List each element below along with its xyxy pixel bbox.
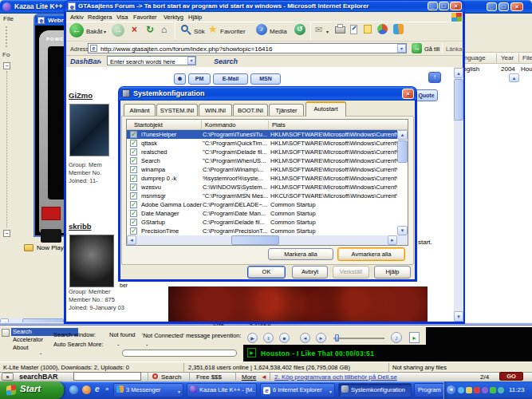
links-label[interactable]: Länkar bbox=[446, 45, 464, 53]
checkbox-icon[interactable]: ✓ bbox=[131, 227, 137, 235]
column-startobjekt[interactable]: Startobjekt bbox=[134, 121, 163, 128]
startup-row[interactable]: ✓ Search "C:\Program\WhenUS... HKLM\SOFT… bbox=[127, 156, 397, 165]
scroll-up-icon[interactable]: ▲ bbox=[454, 68, 463, 78]
startup-row[interactable]: ✓ iTunesHelper C:\Program\iTunes\iTu... … bbox=[127, 130, 397, 139]
ad-link[interactable]: 2. Köp programvara och tillbehör på Dell… bbox=[274, 373, 397, 381]
media-icon[interactable]: ♪ bbox=[256, 24, 267, 35]
column-plats[interactable]: Plats bbox=[272, 121, 286, 128]
kazaa-minimize-button[interactable]: _ bbox=[487, 2, 497, 11]
tray-clock[interactable]: 11:23 bbox=[509, 386, 524, 393]
tab-tjanster[interactable]: Tjänster bbox=[269, 104, 304, 117]
searchbar-more-link[interactable]: More bbox=[242, 373, 256, 381]
startup-row[interactable]: ✓ PrecisionTime C:\Program\PrecisionT...… bbox=[127, 227, 397, 235]
stop-playback-button[interactable]: ■ bbox=[279, 333, 290, 343]
startup-row[interactable]: ✓ winampa C:\Program\Winamp\... HKLM\SOF… bbox=[127, 165, 397, 174]
volume-icon[interactable]: ♪ bbox=[391, 332, 402, 343]
tab-autostart[interactable]: Autostart bbox=[305, 101, 346, 117]
results-col-year[interactable]: Year bbox=[501, 54, 514, 61]
scroll-right-icon[interactable]: ► bbox=[388, 235, 397, 245]
searchbar-input[interactable] bbox=[73, 372, 141, 381]
tray-icon-msn[interactable] bbox=[458, 387, 464, 393]
startup-row[interactable]: ✓ realsched "C:\Program\Delade fil... HK… bbox=[127, 148, 397, 156]
cancel-button[interactable]: Avbryt bbox=[292, 266, 328, 279]
tray-icon-2[interactable] bbox=[482, 387, 488, 393]
msn-button[interactable]: MSN bbox=[250, 73, 281, 85]
user1-name-link[interactable]: GiZmo bbox=[69, 91, 93, 100]
checkbox-icon[interactable]: ✓ bbox=[131, 192, 137, 200]
menu-redigera[interactable]: Redigera bbox=[88, 14, 112, 21]
scroll-thumb[interactable] bbox=[231, 235, 279, 245]
back-dropdown-icon[interactable]: ▾ bbox=[104, 29, 106, 34]
quicklaunch-msn-icon[interactable] bbox=[69, 385, 78, 394]
scroll-thumb[interactable] bbox=[397, 140, 408, 163]
scroll-down-icon[interactable]: ▼ bbox=[454, 311, 463, 322]
back-icon[interactable]: ← bbox=[69, 23, 84, 38]
apply-button[interactable]: Verkställ bbox=[333, 266, 369, 279]
tray-icon-1[interactable] bbox=[466, 387, 472, 393]
address-input[interactable]: e http://www.gtasajten.com/forum/index.p… bbox=[88, 43, 407, 53]
dashbar-query-dropdown-icon[interactable]: ▾ bbox=[187, 57, 195, 65]
back-label[interactable]: Bakåt bbox=[86, 28, 102, 35]
kazaa-restore-button[interactable]: □ bbox=[499, 2, 509, 11]
taskbar-button-messenger[interactable]: 3 Messenger ▾ bbox=[113, 383, 183, 397]
email-button[interactable]: E-Mail bbox=[213, 73, 248, 85]
checkbox-icon[interactable]: ✓ bbox=[131, 139, 137, 147]
dashbar-search-label[interactable]: Search bbox=[214, 57, 238, 65]
kazaa-close-button[interactable]: × bbox=[510, 2, 523, 11]
deselect-all-button[interactable]: Avmarkera alla bbox=[337, 247, 405, 261]
checkbox-icon[interactable]: ✓ bbox=[131, 174, 137, 182]
ie-titlebar[interactable]: e GTAsajtens Forum -> Ta bort start av p… bbox=[65, 1, 464, 12]
menu-hjalp[interactable]: Hjälp bbox=[188, 14, 202, 21]
checkbox-icon[interactable]: ✓ bbox=[131, 148, 137, 156]
results-row-file[interactable]: Houston bbox=[521, 65, 532, 73]
scroll-up-icon[interactable]: ▲ bbox=[509, 73, 519, 82]
list-hscrollbar[interactable]: ◄ ► bbox=[127, 235, 408, 245]
menu-verktyg[interactable]: Verktyg bbox=[164, 14, 183, 21]
startup-row[interactable]: ✓ GStartup C:\Program\Delade fil... Comm… bbox=[127, 218, 397, 227]
tray-icon-4[interactable] bbox=[498, 387, 504, 393]
go-to-icon[interactable]: → bbox=[412, 43, 422, 53]
scroll-down-icon[interactable]: ▼ bbox=[397, 226, 408, 235]
column-kommando[interactable]: Kommando bbox=[205, 121, 235, 128]
tree-collapse-icon[interactable]: − bbox=[3, 62, 10, 69]
msn-toolbar-icon[interactable] bbox=[393, 24, 404, 34]
play-button[interactable]: ▶ bbox=[247, 333, 258, 343]
dashbar-dropdown-icon[interactable]: ▾ bbox=[99, 59, 101, 65]
quote-button[interactable]: Quote bbox=[415, 89, 438, 101]
menu-arkiv[interactable]: Arkiv bbox=[70, 14, 84, 21]
tab-bootini[interactable]: BOOT.INI bbox=[233, 104, 268, 117]
scroll-up-icon[interactable]: ▲ bbox=[397, 130, 408, 140]
history-icon[interactable]: ↺ bbox=[294, 24, 305, 35]
tab-allmant[interactable]: Allmänt bbox=[124, 104, 156, 117]
startup-row[interactable]: ✓ msnmsgr "C:\Program\MSN Mes... HKCU\SO… bbox=[127, 192, 397, 200]
tree-collapse-icon-2[interactable]: − bbox=[3, 230, 10, 237]
checkbox-icon[interactable]: ✓ bbox=[131, 218, 137, 226]
user2-name-link[interactable]: skribb bbox=[69, 222, 92, 231]
seek-slider-handle[interactable] bbox=[335, 334, 339, 342]
startup-row[interactable]: ✓ Adobe Gamma Loader C:\Program\DELADE~.… bbox=[127, 200, 397, 209]
scroll-left-icon[interactable]: ◄ bbox=[127, 235, 136, 245]
address-dropdown-icon[interactable]: ▾ bbox=[397, 44, 406, 53]
checkbox-icon[interactable]: ✓ bbox=[131, 165, 137, 173]
dashbar-logo[interactable]: DashBar bbox=[70, 57, 100, 65]
sidebar-tab-about[interactable]: About bbox=[13, 344, 29, 351]
pause-button[interactable]: ‖ bbox=[263, 333, 274, 343]
mail-icon[interactable]: ✉ bbox=[315, 25, 322, 35]
checkbox-icon[interactable]: ✓ bbox=[131, 130, 137, 138]
quicklaunch-media-icon[interactable] bbox=[82, 385, 91, 394]
pm-button[interactable]: PM bbox=[188, 73, 211, 85]
profile-button[interactable]: ☻ bbox=[174, 73, 186, 85]
taskbar-button-program[interactable]: Program bbox=[414, 383, 444, 397]
start-button[interactable]: Start bbox=[0, 381, 64, 399]
ie-minimize-button[interactable]: _ bbox=[428, 2, 438, 10]
tray-icon-3[interactable] bbox=[490, 387, 496, 393]
searchbar-expand-icon[interactable]: » bbox=[2, 373, 14, 381]
next-track-button[interactable]: ► bbox=[316, 333, 326, 343]
search-label[interactable]: Sök bbox=[194, 28, 205, 35]
refresh-icon[interactable]: ↻ bbox=[146, 24, 154, 35]
help-button[interactable]: Hjälp bbox=[374, 266, 411, 279]
seek-slider-track[interactable] bbox=[333, 338, 384, 339]
taskbar-button-ie[interactable]: e6 Internet Explorer ▾ bbox=[260, 383, 335, 397]
ie-close-button[interactable]: × bbox=[450, 2, 462, 10]
kazaa-menu-file[interactable]: File bbox=[3, 15, 14, 22]
